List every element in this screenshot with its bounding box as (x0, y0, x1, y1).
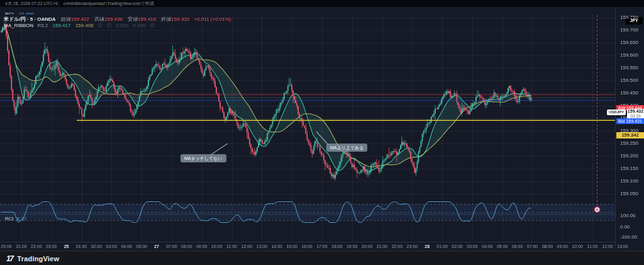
open-label: 始値 (61, 16, 71, 22)
time-tick-label: 22:00 (31, 244, 42, 249)
high-value: 159.436 (104, 16, 123, 22)
attribution-bar: 4月 28, 2026 07:22 UTC+9、 crimin8doskoipa… (0, 0, 644, 7)
close-value: 159.432 (171, 16, 189, 22)
rci-tick-label: 0.00 (620, 224, 630, 230)
ribbon-zero-2: 0.000 (133, 23, 145, 28)
time-tick-label: 25 (64, 244, 69, 249)
time-tick-label: 27 (154, 244, 159, 249)
chart-canvas[interactable] (0, 14, 615, 241)
ribbon-zero-1: 0.000 (116, 23, 128, 28)
time-tick-label: 13:00 (617, 244, 628, 249)
time-tick-label: 12:00 (242, 244, 253, 249)
price-tick-label: 159.200 (620, 153, 638, 159)
open-value: 159.422 (71, 16, 89, 22)
time-tick-label: 06:00 (512, 244, 523, 249)
candlestick-chart-area[interactable] (0, 14, 615, 241)
time-tick-label: 13:00 (257, 244, 268, 249)
callout-annotation[interactable]: MAタッチしてない (180, 154, 226, 162)
price-tick-label: 159.450 (620, 90, 638, 96)
time-tick-label: 10:00 (572, 244, 583, 249)
rci-legend-row[interactable]: RCI8.37 (5, 216, 26, 222)
change-value: +0.011 (+0.01%) (194, 16, 231, 22)
symbol-legend-row[interactable]: 米ドル/円 · 5 · OANDA 始値159.422 高値159.436 安値… (4, 16, 231, 23)
time-tick-label: 21:00 (377, 244, 388, 249)
hidden-value-icon: ∅ (150, 23, 155, 28)
last-price-label: 159.432 03:33 (627, 109, 644, 118)
time-tick-label: 17:00 (316, 244, 328, 249)
time-tick-label: 04:00 (121, 244, 132, 249)
time-tick-label: 21:00 (16, 244, 27, 249)
time-tick-label: 14:00 (271, 244, 282, 249)
rci-tick-label: -100.00 (620, 234, 637, 240)
price-tick-label: 159.550 (620, 65, 638, 70)
time-tick-label: 07:00 (527, 244, 538, 249)
time-tick-label: 12:00 (602, 244, 613, 249)
ma-ribbon-legend-row[interactable]: MA_RIBBON R5.2 159.417 159.406 ∅ ∅ 0.000… (4, 23, 155, 28)
high-label: 高値 (94, 16, 104, 22)
bar-countdown: 03:33 (627, 114, 644, 118)
horizontal-line-price-label: 159.342 (616, 132, 644, 138)
price-tick-label: 159.600 (620, 52, 638, 58)
callout-annotation[interactable]: MAより上である (326, 144, 367, 152)
price-tick-label: 159.500 (620, 77, 638, 83)
time-tick-label: 04:00 (482, 244, 493, 249)
rci-tick-label: 100.00 (620, 213, 635, 218)
time-tick-label: 02:00 (91, 244, 103, 249)
close-label: 終値 (161, 16, 171, 22)
time-tick-label: 10:00 (211, 244, 223, 249)
time-tick-label: 05:00 (497, 244, 508, 249)
time-tick-label: 23:00 (407, 244, 418, 249)
time-tick-label: 20:00 (362, 244, 373, 249)
symbol-tag-label: USDJPY (607, 110, 626, 115)
symbol-title: 米ドル/円 · 5 · OANDA (4, 16, 56, 22)
ribbon-param: R5.2 (37, 23, 48, 28)
time-tick-label: 03:00 (467, 244, 478, 249)
time-scale[interactable]: 20:0021:0022:0023:002501:0002:0003:0004:… (0, 242, 615, 251)
time-tick-label: 01:00 (436, 244, 448, 249)
ribbon-name: MA_RIBBON (4, 23, 33, 28)
rci-value: 8.37 (17, 216, 27, 222)
time-tick-label: 19:00 (347, 244, 358, 249)
ribbon-value-2: 159.406 (75, 23, 94, 28)
time-tick-label: 20:00 (1, 244, 12, 249)
time-tick-label: 11:00 (226, 244, 237, 249)
low-label: 安値 (128, 16, 138, 22)
bid-tag: Bid (618, 118, 625, 124)
time-tick-label: 08:00 (181, 244, 192, 249)
time-tick-label: 09:00 (557, 244, 569, 249)
bid-value: 159.421 (626, 118, 642, 124)
price-scale[interactable]: JPY 159.750159.700159.650159.600159.5501… (615, 7, 644, 250)
last-price-value: 159.432 (627, 109, 644, 114)
price-tick-label: 159.100 (620, 178, 638, 184)
time-tick-label: 05:00 (136, 244, 147, 249)
ribbon-value-1: 159.417 (53, 23, 71, 28)
time-tick-label: 09:00 (196, 244, 208, 249)
rci-label: RCI (5, 216, 14, 222)
time-tick-label: 15:00 (286, 244, 297, 249)
time-tick-label: 18:00 (331, 244, 343, 249)
footer-bar: 17 TradingView (0, 251, 644, 265)
tradingview-brand-link[interactable]: TradingView (17, 255, 59, 262)
price-tick-label: 159.250 (620, 140, 638, 146)
time-tick-label: 23:00 (46, 244, 57, 249)
time-tick-label: 11:00 (587, 244, 598, 249)
hidden-value-icon: ∅ (98, 23, 103, 28)
time-tick-label: 03:00 (106, 244, 118, 249)
low-value: 159.416 (138, 16, 156, 22)
time-tick-label: 22:00 (392, 244, 403, 249)
price-tick-label: 159.750 (620, 14, 638, 20)
time-tick-label: 28 (425, 244, 430, 249)
time-tick-label: 08:00 (542, 244, 553, 249)
hidden-value-icon: ∅ (107, 23, 111, 28)
tradingview-logo-icon[interactable]: 17 (6, 254, 13, 263)
time-tick-label: 02:00 (452, 244, 463, 249)
price-tick-label: 159.700 (620, 27, 638, 33)
price-tick-label: 159.050 (620, 191, 638, 196)
bid-price-label: Bid159.421 (616, 118, 644, 124)
price-tick-label: 159.150 (620, 166, 638, 171)
time-tick-label: 01:00 (76, 244, 87, 249)
time-tick-label: 16:00 (301, 244, 313, 249)
time-tick-label: 07:00 (166, 244, 177, 249)
price-tick-label: 159.650 (620, 40, 638, 45)
